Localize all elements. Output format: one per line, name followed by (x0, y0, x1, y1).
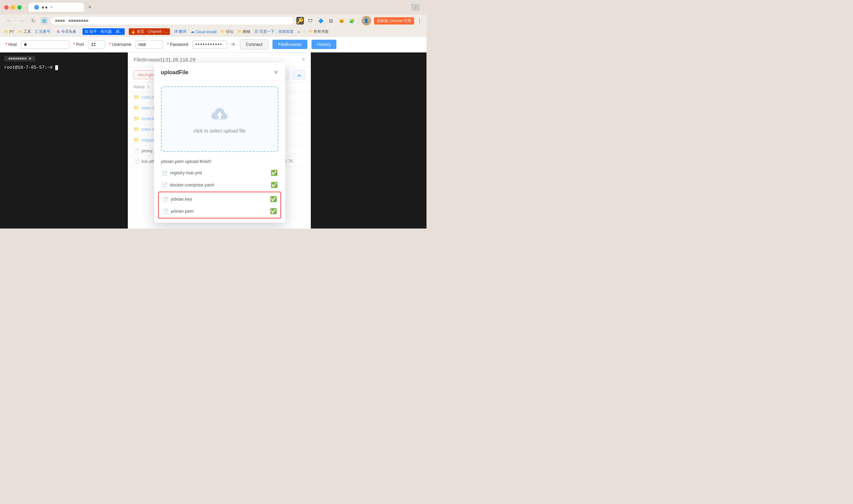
extension-icon-3[interactable]: ⊡ (327, 17, 335, 25)
password-label: Password (167, 42, 188, 47)
upload-dialog: uploadFile × click to select upload file (154, 63, 285, 223)
upload-status-text: ydxian.pem upload finish! (161, 159, 212, 164)
app-content: Host Port Username Password 👁 Connect Fi… (0, 37, 426, 229)
connection-bar: Host Port Username Password 👁 Connect Fi… (0, 37, 426, 52)
file-icon: 📄 (162, 209, 168, 214)
right-panel (311, 52, 426, 229)
extension-icon-1[interactable]: 🛡 (307, 17, 314, 25)
minimize-button[interactable] (11, 5, 15, 10)
list-item: 📄 docker-compose.yaml ✅ (158, 179, 281, 191)
main-area: ■■■■■■■■ ■ root@10-7-65-57:~# FileBrowse… (0, 52, 426, 229)
bookmark-baidu[interactable]: 百 百度一下，你就知道 (255, 29, 294, 34)
tab-close-button[interactable]: × (50, 5, 52, 10)
bookmark-toutiao[interactable]: 头 今日头条 (55, 28, 78, 35)
bookmark-zhihu[interactable]: 知 知乎 - 有问题，就... (83, 28, 125, 35)
terminal-tab-label: ■■■■■■■■ ■ (4, 56, 35, 61)
nav-bar: ← → ↻ 🌐 ■■■■ · ■■■■■■■■ 🔑 🛡 🔷 ⊡ 🐱 🧩 👤 有新… (0, 14, 426, 27)
window-controls: ⌄ (411, 4, 420, 11)
new-tab-button[interactable]: + (85, 4, 95, 11)
bookmark-baijiahao[interactable]: Ć 百家号 (35, 29, 50, 34)
dialog-title: uploadFile (161, 69, 274, 76)
list-item: 📄 ydxian.pem ✅ (159, 205, 280, 217)
file-icon: 📄 (162, 196, 168, 202)
tab-bar: ■ ■ × + (25, 3, 409, 12)
refresh-button[interactable]: ↻ (29, 17, 38, 25)
key-icon: 🔑 (296, 17, 304, 25)
filebrowser-button[interactable]: FileBrowser (272, 40, 307, 49)
maximize-button[interactable] (17, 5, 22, 10)
port-label: Port (74, 42, 84, 47)
site-identity-icon: 🌐 (40, 17, 48, 25)
nav-icons: 🔑 🛡 🔷 ⊡ 🐱 🧩 👤 有新版 Chrome 可用 ⋮ (296, 16, 422, 26)
address-text: ■■■■ · ■■■■■■■■ (55, 18, 289, 23)
prompt-text: root@10-7-65-57:~# (4, 65, 52, 70)
bookmark-forum[interactable]: 📁 论坛 (221, 29, 233, 34)
extension-icon-5[interactable]: 🧩 (348, 17, 356, 25)
host-input[interactable] (21, 40, 69, 49)
file-check-icon: ✅ (270, 196, 277, 202)
menu-button[interactable]: ⋮ (417, 18, 422, 24)
file-item-name: ydxian.key (171, 196, 267, 202)
dialog-header: uploadFile × (154, 63, 285, 81)
file-check-icon: ✅ (270, 208, 277, 214)
bookmark-shopping[interactable]: 📁 购物 (238, 29, 250, 34)
tab-title: ■ ■ (42, 5, 47, 9)
bookmark-all[interactable]: 📁 所有书签 (308, 29, 329, 34)
dialog-overlay: uploadFile × click to select upload file (128, 52, 311, 229)
file-check-icon: ✅ (271, 169, 278, 176)
update-notice[interactable]: 有新版 Chrome 可用 (374, 17, 414, 25)
bookmarks-bar: 📁 PT 📁 工具 Ć 百家号 头 今日头条 知 知乎 - 有问题，就... 🔥… (0, 27, 426, 37)
list-item: 📄 registry-hub.yml ✅ (158, 167, 281, 179)
bookmark-translate[interactable]: 译 翻译 (174, 29, 186, 34)
avatar[interactable]: 👤 (362, 16, 371, 26)
upload-status: ydxian.pem upload finish! (154, 157, 285, 167)
bookmark-tools[interactable]: 📁 工具 (18, 29, 31, 34)
bookmark-pt[interactable]: 📁 PT (4, 30, 14, 34)
bookmark-chiphell[interactable]: 🔥 首页 - Chiphell - ... (129, 28, 170, 35)
bookmark-more[interactable]: » (298, 30, 300, 34)
terminal[interactable]: ■■■■■■■■ ■ root@10-7-65-57:~# (0, 52, 128, 229)
upload-file-list: 📄 registry-hub.yml ✅ 📄 docker-compose.ya… (154, 167, 285, 223)
active-tab[interactable]: ■ ■ × (29, 3, 84, 12)
extension-icon-2[interactable]: 🔷 (317, 17, 325, 25)
terminal-prompt: root@10-7-65-57:~# (4, 65, 124, 70)
dialog-close-button[interactable]: × (274, 68, 278, 76)
host-label: Host (6, 42, 17, 47)
traffic-lights (4, 5, 22, 10)
list-item: 📄 ydxian.key ✅ (159, 193, 280, 205)
divider (358, 17, 359, 24)
port-input[interactable] (88, 40, 105, 49)
title-bar: ■ ■ × + ⌄ (0, 0, 426, 14)
file-check-icon: ✅ (271, 182, 278, 188)
upload-hint-text: click to select upload file (193, 128, 246, 134)
close-button[interactable] (4, 5, 9, 10)
forward-button[interactable]: → (17, 17, 26, 25)
back-button[interactable]: ← (4, 17, 14, 25)
history-button[interactable]: History (312, 40, 336, 49)
bookmark-cloud[interactable]: ☁ Cloud Install (191, 29, 217, 34)
username-input[interactable] (135, 40, 163, 49)
bookmarks-divider (304, 29, 304, 34)
file-icon: 📄 (162, 170, 167, 176)
address-bar[interactable]: ■■■■ · ■■■■■■■■ (51, 17, 294, 25)
tab-favicon (34, 5, 39, 10)
browser-chrome: ■ ■ × + ⌄ ← → ↻ 🌐 ■■■■ · ■■■■■■■■ 🔑 🛡 🔷 … (0, 0, 426, 37)
file-item-name: registry-hub.yml (170, 170, 268, 175)
terminal-tab: ■■■■■■■■ ■ (4, 57, 124, 61)
file-icon: 📄 (162, 182, 167, 188)
upload-dropzone[interactable]: click to select upload file (161, 86, 278, 152)
highlighted-files-group: 📄 ydxian.key ✅ 📄 ydxian.pem ✅ (158, 192, 281, 219)
password-toggle-button[interactable]: 👁 (231, 42, 236, 47)
extension-icon-4[interactable]: 🐱 (338, 17, 345, 25)
file-item-name: docker-compose.yaml (170, 182, 268, 187)
terminal-cursor (55, 65, 58, 70)
upload-cloud-icon (209, 105, 231, 124)
filebrowser-panel: FileBrowser|131.26.116.29 × /etc/nginx ↻… (128, 52, 311, 229)
file-item-name: ydxian.pem (171, 209, 267, 214)
username-label: Username (109, 42, 131, 47)
password-input[interactable] (192, 40, 227, 49)
connect-button[interactable]: Connect (240, 39, 268, 49)
